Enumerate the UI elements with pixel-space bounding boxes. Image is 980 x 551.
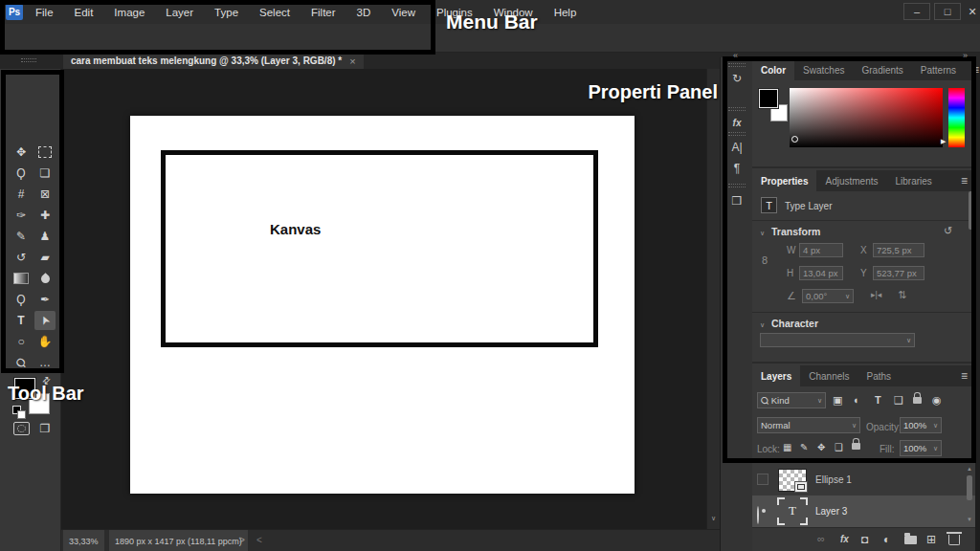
properti-panel-annotation-box (723, 56, 976, 463)
link-layers-icon[interactable]: ∞ (817, 533, 825, 544)
status-expand-icon[interactable]: > (239, 535, 245, 545)
canvas[interactable]: Kanvas (130, 116, 635, 494)
tab-close-icon[interactable]: × (349, 55, 355, 67)
canvas-vertical-scrollbar[interactable]: ∨ (706, 69, 720, 529)
tab-grip (21, 58, 36, 62)
layer-row-ellipse-1[interactable]: Ellipse 1 (752, 464, 975, 496)
new-group-icon[interactable] (904, 536, 917, 544)
layer-name[interactable]: Ellipse 1 (815, 474, 852, 485)
zoom-level-field[interactable]: 33,33% (63, 530, 104, 551)
maximize-button[interactable]: □ (934, 3, 961, 20)
rectangle-shape[interactable] (161, 150, 598, 347)
type-thumbnail-icon: T (777, 503, 808, 518)
collapse-panels-icon[interactable]: « (733, 51, 738, 60)
minimize-icon: – (914, 6, 920, 17)
layers-scroll-down-icon[interactable]: ▼ (967, 517, 972, 522)
status-bar: 33,33% 1890 px x 1417 px (118,11 ppcm) >… (61, 529, 720, 551)
minimize-button[interactable]: – (903, 3, 930, 20)
new-layer-icon[interactable]: ⊞ (926, 533, 936, 546)
layers-action-bar: ∞ fx ◘ ◐ ⊞ (752, 527, 975, 551)
quick-mask-icon (13, 422, 30, 435)
default-colors-icon[interactable] (12, 406, 21, 414)
close-icon: ✕ (968, 6, 976, 18)
shape-badge-icon (794, 481, 808, 493)
close-button[interactable]: ✕ (965, 3, 980, 20)
document-tab[interactable]: cara membuat teks melengkung @ 33,3% (La… (63, 53, 364, 69)
document-dimensions: 1890 px x 1417 px (118,11 ppcm) (109, 530, 248, 551)
scroll-down-icon[interactable]: ∨ (711, 515, 716, 521)
layer-style-icon[interactable]: fx (840, 534, 849, 544)
new-adjustment-icon[interactable]: ◐ (883, 533, 890, 546)
layer-row-layer-3[interactable]: T Layer 3 (752, 496, 975, 527)
layer-thumbnail[interactable] (778, 469, 807, 492)
expand-panels-icon[interactable]: » (963, 51, 968, 60)
photoshop-window: Ps File Edit Image Layer Type Select Fil… (0, 0, 980, 551)
canvas-label: Kanvas (270, 221, 321, 237)
properti-panel-annotation-label: Properti Panel (574, 81, 718, 103)
menu-bar-annotation-label: Menu Bar (446, 11, 538, 33)
screen-mode-button[interactable]: ❐ (34, 419, 56, 438)
status-collapse-icon[interactable]: < (256, 535, 262, 545)
menu-bar-annotation-box (0, 0, 435, 55)
tool-bar-annotation-box (1, 70, 64, 373)
eye-icon[interactable] (757, 506, 759, 524)
maximize-icon: □ (945, 6, 951, 17)
menu-item-help[interactable]: Help (544, 7, 588, 18)
layer-thumbnail[interactable]: T (777, 497, 808, 525)
layer-name[interactable]: Layer 3 (815, 506, 847, 517)
add-mask-icon[interactable]: ◘ (861, 533, 868, 546)
tool-bar-annotation-label: Tool Bar (8, 383, 84, 405)
layers-scroll-up-icon[interactable]: ▲ (967, 466, 972, 472)
delete-layer-icon[interactable] (948, 535, 960, 545)
screen-mode-icon: ❐ (40, 422, 51, 435)
document-title: cara membuat teks melengkung @ 33,3% (La… (71, 55, 342, 66)
visibility-toggle[interactable] (757, 474, 768, 485)
layers-scrollbar[interactable] (967, 475, 972, 500)
quick-mask-button[interactable] (11, 419, 32, 438)
